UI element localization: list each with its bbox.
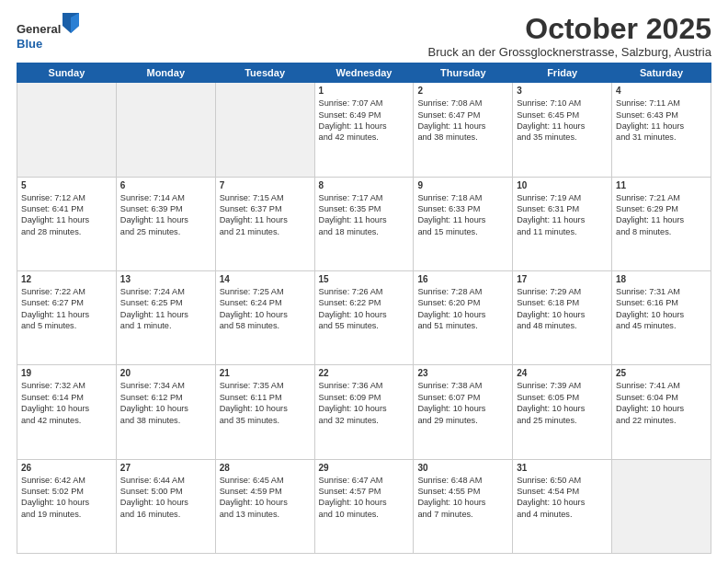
day-number: 19 [21,368,112,378]
day-number: 29 [319,463,410,473]
calendar-cell: 28Sunrise: 6:45 AMSunset: 4:59 PMDayligh… [215,459,314,553]
cell-info: Sunrise: 7:10 AMSunset: 6:45 PMDaylight:… [517,98,608,144]
day-number: 16 [417,274,508,284]
logo-blue: Blue [17,37,42,51]
calendar-cell: 31Sunrise: 6:50 AMSunset: 4:54 PMDayligh… [513,459,612,553]
cell-info: Sunrise: 7:24 AMSunset: 6:25 PMDaylight:… [120,286,211,332]
calendar-cell: 6Sunrise: 7:14 AMSunset: 6:39 PMDaylight… [116,177,215,270]
weekday-header-saturday: Saturday [612,63,711,83]
day-number: 31 [517,463,608,473]
cell-info: Sunrise: 7:07 AMSunset: 6:49 PMDaylight:… [319,98,410,144]
day-number: 26 [21,463,112,473]
day-number: 7 [220,180,311,190]
cell-info: Sunrise: 7:38 AMSunset: 6:07 PMDaylight:… [417,380,508,426]
cell-info: Sunrise: 7:32 AMSunset: 6:14 PMDaylight:… [21,380,112,426]
day-number: 22 [319,368,410,378]
day-number: 10 [517,180,608,190]
day-number: 15 [319,274,410,284]
cell-info: Sunrise: 7:08 AMSunset: 6:47 PMDaylight:… [417,98,508,144]
calendar-cell: 25Sunrise: 7:41 AMSunset: 6:04 PMDayligh… [612,365,711,459]
calendar-cell: 26Sunrise: 6:42 AMSunset: 5:02 PMDayligh… [17,459,117,553]
cell-info: Sunrise: 7:26 AMSunset: 6:22 PMDaylight:… [319,286,410,332]
cell-info: Sunrise: 7:28 AMSunset: 6:20 PMDaylight:… [417,286,508,332]
page: General Blue October 2025 Bruck an der G… [0,0,728,563]
title-block: October 2025 Bruck an der Grossglockners… [427,13,711,59]
cell-info: Sunrise: 7:41 AMSunset: 6:04 PMDaylight:… [616,380,707,426]
cell-info: Sunrise: 7:17 AMSunset: 6:35 PMDaylight:… [319,192,410,238]
logo-icon [63,13,79,33]
weekday-header-sunday: Sunday [17,63,117,83]
calendar-cell: 21Sunrise: 7:35 AMSunset: 6:11 PMDayligh… [215,365,314,459]
day-number: 21 [220,368,311,378]
calendar-cell: 27Sunrise: 6:44 AMSunset: 5:00 PMDayligh… [116,459,215,553]
calendar-cell: 17Sunrise: 7:29 AMSunset: 6:18 PMDayligh… [513,270,612,364]
day-number: 12 [21,274,112,284]
cell-info: Sunrise: 7:19 AMSunset: 6:31 PMDaylight:… [517,192,608,238]
month-title: October 2025 [427,13,711,45]
header: General Blue October 2025 Bruck an der G… [17,13,711,59]
calendar-cell: 3Sunrise: 7:10 AMSunset: 6:45 PMDaylight… [513,83,612,177]
day-number: 24 [517,368,608,378]
calendar-cell: 9Sunrise: 7:18 AMSunset: 6:33 PMDaylight… [414,177,513,270]
day-number: 3 [517,86,608,96]
calendar-cell [612,459,711,553]
calendar-row-4: 26Sunrise: 6:42 AMSunset: 5:02 PMDayligh… [17,459,711,553]
day-number: 14 [220,274,311,284]
logo-general: General [17,22,61,36]
cell-info: Sunrise: 6:47 AMSunset: 4:57 PMDaylight:… [319,475,410,521]
calendar-cell: 1Sunrise: 7:07 AMSunset: 6:49 PMDaylight… [314,83,414,177]
day-number: 30 [417,463,508,473]
calendar-cell: 23Sunrise: 7:38 AMSunset: 6:07 PMDayligh… [414,365,513,459]
day-number: 20 [120,368,211,378]
cell-info: Sunrise: 6:48 AMSunset: 4:55 PMDaylight:… [417,475,508,521]
cell-info: Sunrise: 6:50 AMSunset: 4:54 PMDaylight:… [517,475,608,521]
location-title: Bruck an der Grossglocknerstrasse, Salzb… [427,45,711,59]
weekday-header-row: SundayMondayTuesdayWednesdayThursdayFrid… [17,63,711,83]
cell-info: Sunrise: 7:21 AMSunset: 6:29 PMDaylight:… [616,192,707,238]
logo: General Blue [17,13,79,51]
day-number: 9 [417,180,508,190]
weekday-header-tuesday: Tuesday [215,63,314,83]
calendar-cell: 29Sunrise: 6:47 AMSunset: 4:57 PMDayligh… [314,459,414,553]
weekday-header-monday: Monday [116,63,215,83]
day-number: 28 [220,463,311,473]
calendar-row-3: 19Sunrise: 7:32 AMSunset: 6:14 PMDayligh… [17,365,711,459]
day-number: 11 [616,180,707,190]
calendar-cell: 13Sunrise: 7:24 AMSunset: 6:25 PMDayligh… [116,270,215,364]
day-number: 4 [616,86,707,96]
day-number: 1 [319,86,410,96]
cell-info: Sunrise: 7:29 AMSunset: 6:18 PMDaylight:… [517,286,608,332]
day-number: 2 [417,86,508,96]
calendar-cell: 12Sunrise: 7:22 AMSunset: 6:27 PMDayligh… [17,270,117,364]
cell-info: Sunrise: 7:39 AMSunset: 6:05 PMDaylight:… [517,380,608,426]
calendar-cell: 24Sunrise: 7:39 AMSunset: 6:05 PMDayligh… [513,365,612,459]
calendar-cell: 11Sunrise: 7:21 AMSunset: 6:29 PMDayligh… [612,177,711,270]
cell-info: Sunrise: 6:42 AMSunset: 5:02 PMDaylight:… [21,475,112,521]
cell-info: Sunrise: 7:36 AMSunset: 6:09 PMDaylight:… [319,380,410,426]
calendar-cell: 4Sunrise: 7:11 AMSunset: 6:43 PMDaylight… [612,83,711,177]
cell-info: Sunrise: 7:25 AMSunset: 6:24 PMDaylight:… [220,286,311,332]
calendar-cell: 19Sunrise: 7:32 AMSunset: 6:14 PMDayligh… [17,365,117,459]
calendar-cell: 22Sunrise: 7:36 AMSunset: 6:09 PMDayligh… [314,365,414,459]
cell-info: Sunrise: 7:12 AMSunset: 6:41 PMDaylight:… [21,192,112,238]
calendar-row-0: 1Sunrise: 7:07 AMSunset: 6:49 PMDaylight… [17,83,711,177]
calendar-cell: 2Sunrise: 7:08 AMSunset: 6:47 PMDaylight… [414,83,513,177]
calendar-cell [116,83,215,177]
calendar-cell: 18Sunrise: 7:31 AMSunset: 6:16 PMDayligh… [612,270,711,364]
calendar-cell: 10Sunrise: 7:19 AMSunset: 6:31 PMDayligh… [513,177,612,270]
calendar-cell [215,83,314,177]
day-number: 25 [616,368,707,378]
calendar-cell [17,83,117,177]
day-number: 23 [417,368,508,378]
cell-info: Sunrise: 7:31 AMSunset: 6:16 PMDaylight:… [616,286,707,332]
cell-info: Sunrise: 7:15 AMSunset: 6:37 PMDaylight:… [220,192,311,238]
day-number: 6 [120,180,211,190]
day-number: 8 [319,180,410,190]
calendar-table: SundayMondayTuesdayWednesdayThursdayFrid… [17,63,711,554]
cell-info: Sunrise: 6:44 AMSunset: 5:00 PMDaylight:… [120,475,211,521]
calendar-cell: 16Sunrise: 7:28 AMSunset: 6:20 PMDayligh… [414,270,513,364]
cell-info: Sunrise: 7:35 AMSunset: 6:11 PMDaylight:… [220,380,311,426]
calendar-cell: 8Sunrise: 7:17 AMSunset: 6:35 PMDaylight… [314,177,414,270]
weekday-header-friday: Friday [513,63,612,83]
calendar-cell: 20Sunrise: 7:34 AMSunset: 6:12 PMDayligh… [116,365,215,459]
